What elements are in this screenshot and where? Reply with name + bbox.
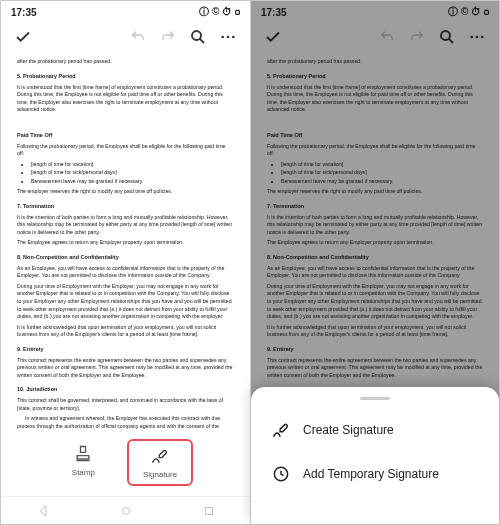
section-heading: Paid Time Off <box>17 132 234 140</box>
status-bar: 17:35 ⓘ © ⏱ ▢ <box>1 1 250 21</box>
stamp-icon <box>73 444 93 464</box>
pto-list: [length of time for vacation] [length of… <box>31 161 234 186</box>
create-signature-option[interactable]: Create Signature <box>251 408 499 452</box>
create-signature-label: Create Signature <box>303 423 394 437</box>
doc-text: This contract represents the entire agre… <box>17 357 234 380</box>
doc-text: after the probationary period has passed… <box>17 58 234 66</box>
section-heading: 5. Probationary Period <box>17 73 234 81</box>
section-heading: 9. Entirety <box>17 346 234 354</box>
status-icons: ⓘ © ⏱ ▢ <box>199 5 240 19</box>
nav-recent-icon[interactable] <box>202 504 216 518</box>
section-heading: 8. Non-Competition and Confidentiality <box>17 254 234 262</box>
signature-button[interactable]: Signature <box>127 439 193 486</box>
svg-rect-5 <box>205 507 212 514</box>
doc-text: This contract shall be governed, interpr… <box>17 397 234 412</box>
toolbar <box>1 21 250 55</box>
done-icon[interactable] <box>13 27 33 47</box>
doc-text: The Employee agrees to return any Employ… <box>17 239 234 247</box>
redo-icon[interactable] <box>158 27 178 47</box>
doc-text: It is further acknowledged that upon ter… <box>17 324 234 339</box>
search-icon[interactable] <box>188 27 208 47</box>
doc-text: It is the intention of both parties to f… <box>17 214 234 237</box>
doc-text: It is understood that the first [time fr… <box>17 84 234 114</box>
list-item: [length of time for vacation] <box>31 161 234 169</box>
list-item: [length of time for sick/personal days] <box>31 169 234 177</box>
left-screenshot: 17:35 ⓘ © ⏱ ▢ after the probationary per… <box>1 1 250 524</box>
android-navbar <box>1 496 250 524</box>
svg-point-2 <box>227 36 230 39</box>
more-icon[interactable] <box>218 27 238 47</box>
nav-back-icon[interactable] <box>36 504 50 518</box>
doc-text: As an Employee, you will have access to … <box>17 265 234 280</box>
svg-point-3 <box>232 36 235 39</box>
pen-icon <box>271 420 291 440</box>
doc-text: In witness and agreement whereof, the Em… <box>17 415 234 429</box>
signature-icon <box>150 446 170 466</box>
section-heading: 7. Termination <box>17 203 234 211</box>
document-body[interactable]: after the probationary period has passed… <box>1 55 250 429</box>
sheet-handle[interactable] <box>360 397 390 400</box>
add-temporary-signature-option[interactable]: Add Temporary Signature <box>251 452 499 496</box>
signature-label: Signature <box>143 470 177 479</box>
undo-icon[interactable] <box>128 27 148 47</box>
stamp-label: Stamp <box>72 468 95 477</box>
doc-text: The employer reserves the right to modif… <box>17 188 234 196</box>
svg-point-1 <box>221 36 224 39</box>
list-item: Bereavement leave may be granted if nece… <box>31 178 234 186</box>
section-heading: 10. Jurisdiction <box>17 386 234 394</box>
clock-icon <box>271 464 291 484</box>
right-screenshot: 17:35 ⓘ © ⏱ ▢ after the probationary per… <box>250 1 499 524</box>
svg-point-0 <box>192 31 201 40</box>
stamp-button[interactable]: Stamp <box>58 439 109 486</box>
svg-point-4 <box>122 507 129 514</box>
add-temporary-label: Add Temporary Signature <box>303 467 439 481</box>
bottom-toolbar: Stamp Signature <box>1 429 250 496</box>
doc-text: Following the probationary period, the E… <box>17 143 234 158</box>
status-time: 17:35 <box>11 7 37 18</box>
doc-text: During your time of Employment with the … <box>17 283 234 321</box>
signature-sheet: Create Signature Add Temporary Signature <box>251 387 499 524</box>
nav-home-icon[interactable] <box>119 504 133 518</box>
